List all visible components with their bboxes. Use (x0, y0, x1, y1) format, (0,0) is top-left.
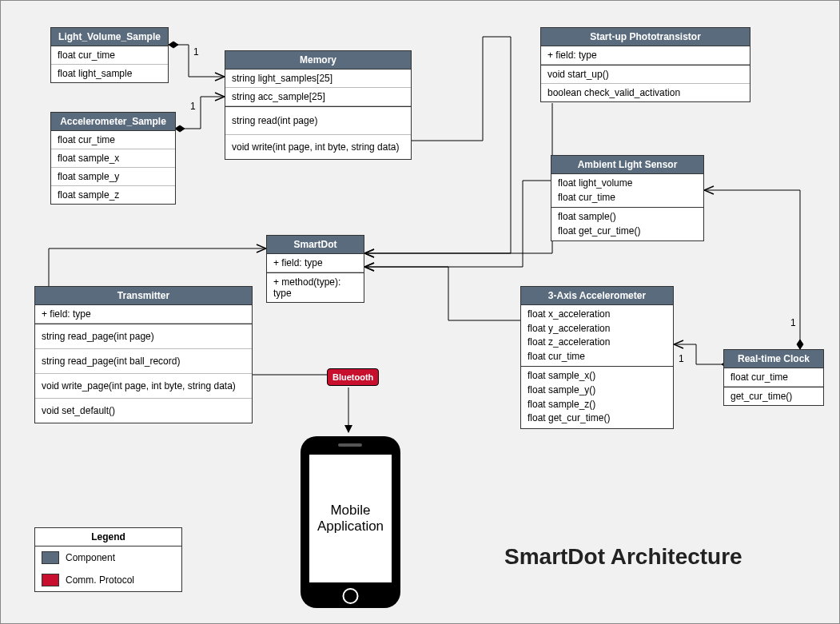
legend-row-component: Component (35, 546, 181, 569)
attr: float cur_time (51, 46, 168, 65)
method: string read_page(int ball_record) (35, 349, 252, 374)
bluetooth-badge: Bluetooth (327, 368, 379, 386)
attr: string acc_sample[25] (225, 88, 411, 106)
swatch-comm (42, 574, 59, 586)
box-title: Light_Volume_Sample (51, 28, 168, 46)
box-smartdot: SmartDot + field: type + method(type): t… (266, 235, 364, 303)
box-title: Transmitter (35, 287, 252, 305)
attr: float sample_z (51, 186, 175, 204)
method: float get_cur_time() (551, 225, 703, 239)
attr: + field: type (541, 46, 750, 65)
legend-title: Legend (35, 528, 181, 546)
mobile-app-label: Mobile Application (297, 503, 404, 535)
attr: float light_volume (551, 177, 703, 191)
box-accelerometer-sample: Accelerometer_Sample float cur_time floa… (50, 112, 176, 205)
multiplicity-1d: 1 (679, 353, 684, 364)
box-title: Memory (225, 51, 411, 70)
box-title: Accelerometer_Sample (51, 113, 175, 131)
multiplicity-1a: 1 (193, 46, 199, 58)
box-title: 3-Axis Accelerometer (521, 287, 673, 305)
method: void write(int page, int byte, string da… (225, 135, 411, 159)
method: string read(int page) (225, 106, 411, 135)
method: void write_page(int page, int byte, stri… (35, 374, 252, 399)
box-startup-phototransistor: Start-up Phototransistor + field: type v… (540, 27, 750, 102)
attr: float y_acceleration (521, 322, 673, 336)
attr: float sample_x (51, 149, 175, 168)
method: float sample_y() (521, 384, 673, 398)
legend: Legend Component Comm. Protocol (34, 527, 182, 592)
method: get_cur_time() (724, 387, 823, 405)
svg-rect-3 (338, 443, 362, 447)
attr: float sample_y (51, 168, 175, 186)
attr: float cur_time (51, 131, 175, 149)
attr: float x_acceleration (521, 308, 673, 322)
method: float sample() (551, 210, 703, 225)
multiplicity-1c: 1 (790, 317, 796, 328)
method: boolean check_valid_activation (541, 84, 750, 101)
method: float sample_x() (521, 369, 673, 384)
method: string read_page(int page) (35, 324, 252, 349)
box-title: Real-time Clock (724, 350, 823, 368)
box-title: Start-up Phototransistor (541, 28, 750, 46)
box-title: SmartDot (267, 236, 364, 254)
box-memory: Memory string light_samples[25] string a… (225, 50, 412, 160)
attr: + field: type (35, 305, 252, 324)
method: + method(type): type (267, 272, 364, 302)
box-realtime-clock: Real-time Clock float cur_time get_cur_t… (723, 349, 824, 406)
diagram-canvas: 1 1 1 1 Light_Volume_Sample float cur_ti… (0, 0, 840, 624)
box-title: Ambient Light Sensor (551, 156, 703, 174)
box-transmitter: Transmitter + field: type string read_pa… (34, 286, 253, 423)
attr: string light_samples[25] (225, 70, 411, 88)
box-light-volume-sample: Light_Volume_Sample float cur_time float… (50, 27, 169, 83)
swatch-component (42, 551, 59, 564)
attr: float cur_time (724, 368, 823, 387)
box-ambient-light-sensor: Ambient Light Sensor float light_volume … (551, 155, 704, 241)
method: float get_cur_time() (521, 411, 673, 426)
method: float sample_z() (521, 398, 673, 412)
phone-icon: Mobile Application (297, 432, 404, 614)
attr: + field: type (267, 254, 364, 272)
attr: float z_acceleration (521, 336, 673, 350)
box-3axis-accelerometer: 3-Axis Accelerometer float x_acceleratio… (520, 286, 674, 429)
method: void set_default() (35, 399, 252, 423)
attr: float cur_time (521, 350, 673, 364)
method: void start_up() (541, 65, 750, 84)
attr: float cur_time (551, 191, 703, 205)
multiplicity-1b: 1 (190, 101, 196, 112)
legend-row-comm: Comm. Protocol (35, 569, 181, 591)
attr: float light_sample (51, 65, 168, 82)
diagram-title: SmartDot Architecture (504, 544, 742, 570)
